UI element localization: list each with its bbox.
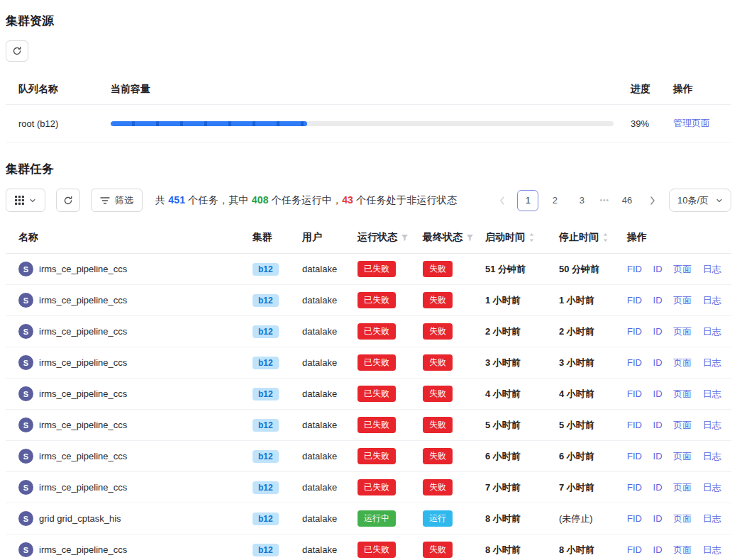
manage-page-link[interactable]: 管理页面 [673,118,710,128]
action-log-link[interactable]: 日志 [703,420,721,430]
action-page-link[interactable]: 页面 [673,388,692,399]
action-log-link[interactable]: 日志 [703,295,721,306]
action-log-link[interactable]: 日志 [703,264,721,274]
user-name: datalake [302,482,337,493]
cluster-tag: b12 [253,263,279,276]
final-status-badge: 失败 [423,292,453,308]
action-page-link[interactable]: 页面 [673,357,692,368]
action-page-link[interactable]: 页面 [673,513,692,524]
page-size-label: 10条/页 [677,194,709,207]
action-fid-link[interactable]: FID [627,388,642,399]
pagination-next[interactable] [643,190,662,211]
action-id-link[interactable]: ID [653,295,663,306]
action-log-link[interactable]: 日志 [703,451,721,461]
pagination-page-2[interactable]: 2 [544,190,565,211]
cluster-tag: b12 [253,357,279,369]
start-time: 8 小时前 [485,544,521,555]
page-size-select[interactable]: 10条/页 [669,189,731,212]
queue-name: root (b12) [6,105,105,142]
table-row: S grid grid_cptask_his b12 datalake 运行中 … [6,503,731,534]
filter-lines-icon [100,196,110,205]
col-run-status: 运行状态 [352,222,417,254]
action-fid-link[interactable]: FID [627,326,642,337]
action-log-link[interactable]: 日志 [703,388,721,399]
run-status-badge: 已失败 [358,292,396,308]
action-fid-link[interactable]: FID [627,295,642,306]
action-id-link[interactable]: ID [653,420,663,430]
action-id-link[interactable]: ID [653,544,663,555]
user-name: datalake [302,295,337,306]
avatar: S [18,293,33,308]
stop-time-sort-icon[interactable] [602,233,609,242]
table-row: S irms_ce_pipeline_ccs b12 datalake 已失败 … [6,285,731,316]
resources-refresh-button[interactable] [6,40,28,62]
run-status-badge: 已失败 [358,323,396,340]
action-fid-link[interactable]: FID [627,544,642,555]
action-fid-link[interactable]: FID [627,264,642,274]
capacity-progress-bar [111,121,614,126]
run-status-badge: 已失败 [358,448,396,464]
cluster-tag: b12 [253,481,279,494]
pagination-prev[interactable] [493,190,511,211]
task-name: grid grid_cptask_his [39,513,121,524]
col-name: 名称 [6,222,247,254]
tasks-title: 集群任务 [6,161,731,177]
action-fid-link[interactable]: FID [627,420,642,430]
action-page-link[interactable]: 页面 [673,482,692,493]
action-page-link[interactable]: 页面 [673,295,692,306]
stop-time: 4 小时前 [559,388,594,399]
start-time: 8 小时前 [485,513,521,524]
action-page-link[interactable]: 页面 [673,326,692,337]
action-log-link[interactable]: 日志 [703,357,721,368]
action-page-link[interactable]: 页面 [673,420,692,430]
start-time-sort-icon[interactable] [528,233,535,242]
final-status-badge: 失败 [423,479,453,495]
action-page-link[interactable]: 页面 [673,264,692,274]
action-page-link[interactable]: 页面 [673,451,692,461]
action-id-link[interactable]: ID [653,482,663,493]
action-log-link[interactable]: 日志 [703,513,721,524]
progress-fill [111,121,307,126]
pagination-page-1[interactable]: 1 [517,190,538,211]
final-status-badge: 失败 [423,542,453,558]
action-id-link[interactable]: ID [653,264,663,274]
user-name: datalake [302,451,337,461]
action-log-link[interactable]: 日志 [703,482,721,493]
run-status-filter-icon[interactable] [401,234,409,242]
start-time: 1 小时前 [485,295,521,306]
tasks-toolbar: 筛选 共 451 个任务，其中 408 个任务运行中，43 个任务处于非运行状态… [6,189,731,212]
action-id-link[interactable]: ID [653,357,663,368]
user-name: datalake [302,357,337,368]
tasks-refresh-button[interactable] [56,189,80,212]
pagination-page-last[interactable]: 46 [616,190,638,211]
resources-header-row: 队列名称 当前容量 进度 操作 [6,74,731,105]
action-id-link[interactable]: ID [653,513,663,524]
action-fid-link[interactable]: FID [627,482,642,493]
user-name: datalake [302,388,337,399]
filter-button[interactable]: 筛选 [91,189,143,212]
action-log-link[interactable]: 日志 [703,544,721,555]
action-fid-link[interactable]: FID [627,357,642,368]
final-status-filter-icon[interactable] [466,234,474,242]
action-id-link[interactable]: ID [653,388,663,399]
stop-time: 7 小时前 [559,482,594,493]
col-capacity: 当前容量 [105,74,625,105]
view-mode-button[interactable] [6,189,45,212]
start-time: 6 小时前 [485,451,521,461]
resources-table: 队列名称 当前容量 进度 操作 root (b12) 39% 管理页面 [6,74,731,142]
user-name: datalake [302,420,337,430]
action-fid-link[interactable]: FID [627,513,642,524]
user-name: datalake [302,544,337,555]
cluster-tag: b12 [253,419,279,432]
pagination-ellipsis[interactable]: ••• [598,196,611,204]
avatar: S [18,418,33,432]
action-log-link[interactable]: 日志 [703,326,721,337]
pagination-page-3[interactable]: 3 [571,190,592,211]
action-page-link[interactable]: 页面 [673,544,692,555]
action-fid-link[interactable]: FID [627,451,642,461]
col-progress: 进度 [625,74,667,105]
action-id-link[interactable]: ID [653,451,663,461]
col-stop-time: 停止时间 [553,222,621,254]
cluster-tag: b12 [253,513,279,525]
action-id-link[interactable]: ID [653,326,663,337]
